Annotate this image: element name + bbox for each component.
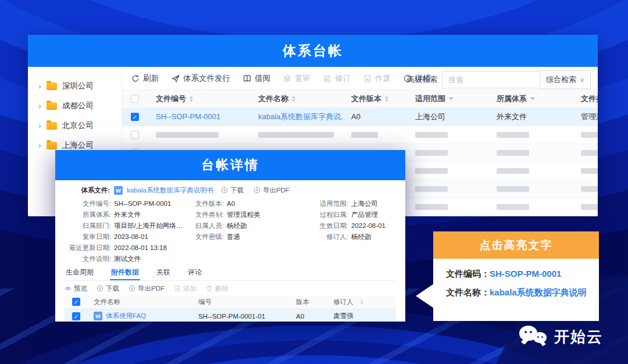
- select-all-checkbox[interactable]: [131, 95, 139, 103]
- sidebar-item-shenzhen[interactable]: 深圳公司: [28, 76, 122, 96]
- download-icon: [254, 187, 261, 194]
- chevron-right-icon[interactable]: [38, 82, 41, 90]
- dialog-header: 台帐详情: [55, 150, 405, 180]
- delete-button[interactable]: 删除: [206, 284, 229, 293]
- revise-button[interactable]: 修订: [323, 73, 351, 84]
- tab-attachments[interactable]: 附件数据: [110, 267, 140, 280]
- callout-label: 文件名称：: [446, 287, 490, 297]
- callout-title: 点击高亮文字: [480, 238, 553, 253]
- screenshot-stage: 体系台帐 深圳公司 成都公司 北京公司: [0, 0, 628, 364]
- void-button[interactable]: 作废: [363, 73, 391, 84]
- table-row[interactable]: SH--SOP-PM-0001 kabala系统数据库字典说... A0 上海公…: [122, 108, 598, 126]
- callout-line: 文件名称：kabala系统数据字典说明: [446, 287, 599, 298]
- column-header-code[interactable]: 文件编号: [148, 94, 250, 104]
- system-file-label: 体系文件:: [65, 186, 110, 195]
- sidebar-item-chengdu[interactable]: 成都公司: [28, 96, 122, 116]
- callout-value: SH-SOP-PM-0001: [490, 269, 561, 279]
- sidebar-item-label: 北京公司: [62, 120, 94, 131]
- callout-line: 文件编码：SH-SOP-PM-0001: [446, 269, 599, 280]
- publish-button[interactable]: 体系文件发行: [172, 73, 230, 84]
- column-header-scope[interactable]: 适用范围: [407, 94, 488, 104]
- wechat-icon: [519, 324, 548, 349]
- sidebar-item-label: 成都公司: [62, 101, 94, 111]
- folder-icon: [47, 142, 57, 149]
- attachment-name-link[interactable]: 体系使用FAQ: [106, 312, 146, 320]
- tab-relations[interactable]: 关联: [155, 267, 172, 280]
- file-name-link[interactable]: kabala系统数据库字典说...: [250, 112, 343, 122]
- field-label: 归属人员:: [188, 220, 224, 231]
- search-group: 高级检索 综合检索: [407, 70, 591, 89]
- callout-header: 点击高亮文字: [433, 231, 599, 259]
- preview-button[interactable]: 预览: [65, 284, 87, 293]
- chevron-right-icon[interactable]: [38, 141, 41, 149]
- add-button[interactable]: 添加: [174, 284, 197, 293]
- ledger-detail-dialog: 台帐详情 体系文件: W kabala系统数据库字典说明书 下载 导出PDF 文…: [55, 150, 405, 322]
- tab-lifecycle[interactable]: 生命周期: [65, 267, 95, 280]
- search-scope-button[interactable]: 综合检索: [540, 70, 591, 89]
- review-button[interactable]: 复审: [283, 73, 311, 84]
- column-header-system[interactable]: 所属体系: [488, 94, 573, 104]
- export-pdf-button[interactable]: 导出PDF: [254, 186, 290, 195]
- field-label: 文件版本:: [188, 198, 224, 209]
- column-header-version[interactable]: 文件版本: [343, 94, 407, 104]
- refresh-button[interactable]: 刷新: [131, 73, 159, 84]
- row-checkbox[interactable]: [131, 113, 139, 121]
- chevron-down-icon: [580, 77, 584, 83]
- chevron-right-icon[interactable]: [38, 102, 41, 110]
- field-row: 所属体系:外来文件 文件类别:管理流程类 过程归属:产品管理: [65, 209, 396, 220]
- row-checkbox[interactable]: [72, 312, 80, 320]
- column-header-name[interactable]: 文件名称: [250, 94, 343, 104]
- select-all-checkbox[interactable]: [72, 298, 80, 306]
- system-cell: 外来文件: [488, 112, 573, 122]
- sidebar-item-label: 深圳公司: [62, 81, 94, 91]
- dialog-title: 台帐详情: [201, 156, 259, 174]
- field-label: 文件类别:: [188, 209, 224, 220]
- filter-icon[interactable]: [530, 97, 535, 101]
- download-button[interactable]: 下载: [221, 186, 244, 195]
- field-label: 过程归属:: [302, 209, 348, 220]
- system-file-link[interactable]: kabala系统数据库字典说明书: [127, 186, 213, 195]
- scope-cell: 上海公司: [407, 112, 488, 122]
- field-value: 外来文件: [114, 209, 141, 220]
- download-button[interactable]: 下载: [97, 284, 119, 293]
- folder-icon: [47, 102, 57, 110]
- borrow-button[interactable]: 借阅: [243, 73, 270, 84]
- sidebar-item-beijing[interactable]: 北京公司: [28, 116, 122, 135]
- export-pdf-button[interactable]: 导出PDF: [129, 284, 165, 293]
- search-input[interactable]: [442, 71, 540, 88]
- field-value: 测试文件: [114, 254, 141, 265]
- column-header-category[interactable]: 文件类别: [573, 94, 598, 104]
- attachment-version-cell: A0: [290, 313, 327, 320]
- sort-icon[interactable]: [385, 96, 388, 102]
- highlight-tip-callout: 点击高亮文字 文件编码：SH-SOP-PM-0001 文件名称：kabala系统…: [433, 231, 599, 321]
- field-label: 文件密级:: [188, 231, 224, 242]
- brand-footer: 开始云: [519, 324, 603, 349]
- sort-icon[interactable]: [292, 96, 295, 102]
- field-label: 适用范围:: [302, 198, 348, 209]
- refresh-icon: [131, 74, 140, 83]
- column-header-name[interactable]: 文件名称: [88, 298, 192, 306]
- file-code-link[interactable]: SH--SOP-PM-0001: [148, 112, 250, 121]
- attachment-row[interactable]: W 体系使用FAQ SH--SOP-PM-0001-01 A0 庞雪强: [65, 309, 396, 322]
- chevron-right-icon[interactable]: [38, 122, 41, 130]
- field-label: 复审日期:: [65, 231, 111, 242]
- field-value: 普通: [227, 231, 240, 242]
- filter-icon[interactable]: [449, 97, 454, 101]
- column-header-code[interactable]: 编号: [192, 298, 290, 306]
- field-label: 生效日期:: [302, 220, 348, 231]
- row-checkbox[interactable]: [131, 131, 139, 139]
- table-row-placeholder[interactable]: [122, 126, 598, 144]
- column-header-version[interactable]: 版本: [290, 298, 327, 306]
- sidebar-item-label: 上海公司: [62, 140, 94, 151]
- advanced-search-label[interactable]: 高级检索: [407, 74, 437, 85]
- attachment-table-header: 文件名称 编号 版本 修订人: [65, 295, 396, 309]
- tab-comments[interactable]: 评论: [187, 267, 203, 280]
- sort-icon[interactable]: [361, 299, 363, 304]
- callout-value: kabala系统数据字典说明: [490, 287, 587, 297]
- field-row: 文件编号:SH--SOP-PM-0001 文件版本:A0 适用范围:上海公司: [65, 198, 396, 209]
- book-icon: [243, 74, 251, 83]
- send-icon: [172, 74, 180, 83]
- sort-icon[interactable]: [190, 96, 193, 102]
- column-header-reviser[interactable]: 修订人: [327, 298, 396, 306]
- field-row: 复审日期:2023-08-01 文件密级:普通 修订人:杨经勋: [65, 231, 396, 242]
